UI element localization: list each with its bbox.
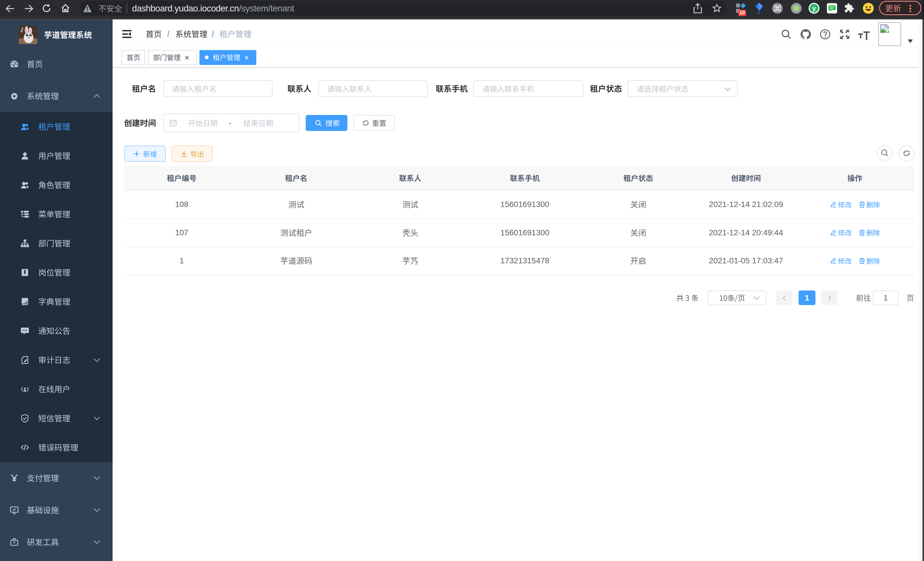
svg-text:y: y (812, 5, 816, 12)
